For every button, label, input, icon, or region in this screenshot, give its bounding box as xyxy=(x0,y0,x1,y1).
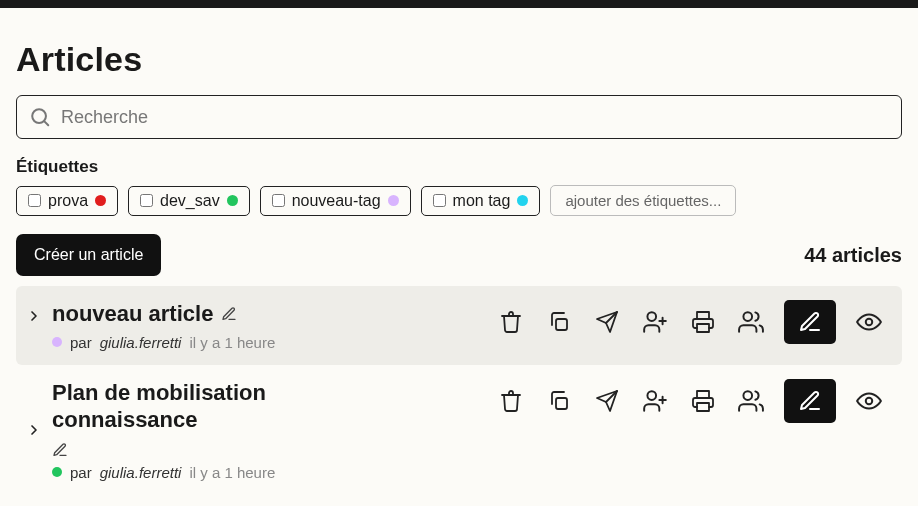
print-button[interactable] xyxy=(688,386,718,416)
tag-checkbox[interactable] xyxy=(28,194,41,207)
svg-rect-17 xyxy=(697,403,709,411)
send-button[interactable] xyxy=(592,386,622,416)
tags-section-label: Étiquettes xyxy=(16,157,902,177)
article-time: il y a 1 heure xyxy=(189,464,275,481)
tag-checkbox[interactable] xyxy=(272,194,285,207)
duplicate-button[interactable] xyxy=(544,386,574,416)
article-actions xyxy=(496,300,884,344)
edit-button[interactable] xyxy=(784,379,836,423)
article-count-label: 44 articles xyxy=(804,244,902,267)
preview-button[interactable] xyxy=(854,307,884,337)
edit-title-icon[interactable] xyxy=(221,306,237,322)
delete-button[interactable] xyxy=(496,386,526,416)
article-author: giulia.ferretti xyxy=(100,334,182,351)
article-actions xyxy=(496,379,884,423)
tag-dot xyxy=(95,195,106,206)
tag-filter-nouveau-tag[interactable]: nouveau-tag xyxy=(260,186,411,216)
svg-rect-11 xyxy=(556,398,567,409)
preview-button[interactable] xyxy=(854,386,884,416)
edit-title-icon[interactable] xyxy=(52,442,68,458)
create-article-button[interactable]: Créer un article xyxy=(16,234,161,276)
tag-dot xyxy=(52,467,62,477)
tag-label: mon tag xyxy=(453,192,511,210)
article-item[interactable]: nouveau article par giulia.ferretti il y… xyxy=(16,286,902,365)
collaborators-button[interactable] xyxy=(736,386,766,416)
duplicate-button[interactable] xyxy=(544,307,574,337)
by-prefix: par xyxy=(70,464,92,481)
tag-checkbox[interactable] xyxy=(433,194,446,207)
tag-checkbox[interactable] xyxy=(140,194,153,207)
tag-filter-prova[interactable]: prova xyxy=(16,186,118,216)
expand-toggle[interactable] xyxy=(26,300,42,332)
delete-button[interactable] xyxy=(496,307,526,337)
tag-dot xyxy=(517,195,528,206)
tag-label: prova xyxy=(48,192,88,210)
svg-point-9 xyxy=(743,312,752,321)
expand-toggle[interactable] xyxy=(26,414,42,446)
tag-dot xyxy=(227,195,238,206)
tags-row: prova dev_sav nouveau-tag mon tag ajoute… xyxy=(16,185,902,216)
article-list: nouveau article par giulia.ferretti il y… xyxy=(16,286,902,495)
tag-dot xyxy=(388,195,399,206)
svg-point-5 xyxy=(647,312,656,321)
tag-label: nouveau-tag xyxy=(292,192,381,210)
article-author: giulia.ferretti xyxy=(100,464,182,481)
article-item[interactable]: Plan de mobilisation connaissance par gi… xyxy=(16,365,902,495)
tag-dot xyxy=(52,337,62,347)
svg-rect-8 xyxy=(697,324,709,332)
tag-filter-mon-tag[interactable]: mon tag xyxy=(421,186,541,216)
article-title: Plan de mobilisation connaissance xyxy=(52,379,312,434)
svg-line-1 xyxy=(44,121,48,125)
print-button[interactable] xyxy=(688,307,718,337)
edit-button[interactable] xyxy=(784,300,836,344)
collaborators-button[interactable] xyxy=(736,307,766,337)
page-title: Articles xyxy=(16,40,902,79)
article-title: nouveau article xyxy=(52,300,213,328)
search-box[interactable] xyxy=(16,95,902,139)
share-button[interactable] xyxy=(640,307,670,337)
top-bar xyxy=(0,0,918,8)
svg-rect-2 xyxy=(556,319,567,330)
svg-point-19 xyxy=(866,397,873,404)
svg-point-10 xyxy=(866,319,873,326)
search-input[interactable] xyxy=(61,107,889,128)
article-time: il y a 1 heure xyxy=(189,334,275,351)
tag-label: dev_sav xyxy=(160,192,220,210)
svg-point-14 xyxy=(647,391,656,400)
share-button[interactable] xyxy=(640,386,670,416)
add-tags-button[interactable]: ajouter des étiquettes... xyxy=(550,185,736,216)
by-prefix: par xyxy=(70,334,92,351)
tag-filter-dev-sav[interactable]: dev_sav xyxy=(128,186,250,216)
send-button[interactable] xyxy=(592,307,622,337)
search-icon xyxy=(29,106,51,128)
svg-point-18 xyxy=(743,391,752,400)
